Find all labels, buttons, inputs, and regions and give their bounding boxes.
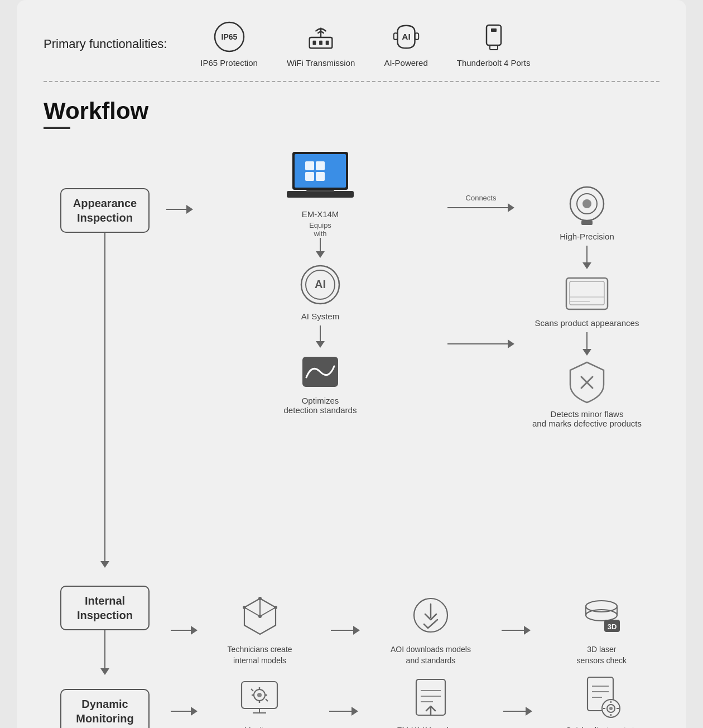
svg-line-59 <box>266 699 268 701</box>
camera-node: High-Precision <box>560 183 614 241</box>
svg-rect-4 <box>319 41 322 45</box>
svg-rect-16 <box>316 161 325 170</box>
svg-text:3D: 3D <box>608 622 617 631</box>
thunderbolt-icon <box>477 20 511 54</box>
internal-stage-box: Internal Inspection <box>60 586 150 630</box>
laptop-label: EM-X14M <box>302 209 339 219</box>
workflow-title: Workflow <box>44 98 659 124</box>
svg-point-73 <box>609 707 613 710</box>
adjust-node: Quick adjustments to inspection paramete… <box>557 675 647 728</box>
scans-label: Scans product appearances <box>535 318 639 328</box>
svg-rect-18 <box>316 172 325 181</box>
feature-ai: AI AI-Powered <box>384 20 427 68</box>
svg-rect-15 <box>305 161 314 170</box>
ip65-icon: IP65 <box>213 20 246 54</box>
svg-rect-14 <box>295 154 346 188</box>
svg-text:AI: AI <box>402 32 410 41</box>
svg-point-27 <box>582 199 591 208</box>
wifi-label: WiFi Transmission <box>287 58 355 68</box>
ip65-label: IP65 Protection <box>200 58 258 68</box>
laser-node: 3D 3D laser sensors check <box>557 594 646 666</box>
svg-point-42 <box>258 615 262 618</box>
optimizes-label: Optimizes detection standards <box>284 396 357 415</box>
svg-rect-10 <box>487 25 501 45</box>
equips-label: Equips with <box>309 221 331 238</box>
monitors-node: Monitors production processes <box>215 675 304 728</box>
ai-system-label: AI System <box>301 312 339 321</box>
page-container: Primary functionalities: IP65 IP65 Prote… <box>17 0 686 728</box>
svg-rect-3 <box>313 41 316 45</box>
ai-system-node: AI AI System <box>298 262 343 321</box>
ai-label: AI-Powered <box>384 58 427 68</box>
monitors-label: Monitors production processes <box>222 725 296 728</box>
primary-label: Primary functionalities: <box>44 37 167 51</box>
svg-point-39 <box>258 597 262 600</box>
aoi-label: AOI downloads models and standards <box>391 644 471 666</box>
wifi-icon <box>304 20 338 54</box>
analyzes-node: EM-X14M analyzes and uploads detection d… <box>384 675 478 728</box>
high-precision-label: High-Precision <box>560 232 614 241</box>
svg-point-53 <box>257 693 262 697</box>
svg-point-40 <box>274 606 277 609</box>
detects-label: Detects minor flaws and marks defective … <box>532 409 642 428</box>
tech-models-node: Technicians create internal models <box>215 594 305 666</box>
defect-node: Detects minor flaws and marks defective … <box>532 360 642 428</box>
feature-ip65: IP65 IP65 Protection <box>200 20 258 68</box>
svg-rect-12 <box>491 28 497 32</box>
top-section: Primary functionalities: IP65 IP65 Prote… <box>44 20 659 68</box>
dashed-divider <box>44 81 659 82</box>
features-row: IP65 IP65 Protection <box>200 20 530 68</box>
workflow-body: Appearance Inspection <box>44 149 659 728</box>
analyzes-label: EM-X14M analyzes and uploads detection d… <box>384 725 478 728</box>
svg-text:AI: AI <box>315 278 326 290</box>
feature-thunderbolt: Thunderbolt 4 Ports <box>457 20 531 68</box>
feature-wifi: WiFi Transmission <box>287 20 355 68</box>
connects-label: Connects <box>466 194 497 202</box>
scanner-node: Scans product appearances <box>535 274 639 328</box>
adjust-label: Quick adjustments to inspection paramete… <box>564 725 641 728</box>
svg-text:IP65: IP65 <box>221 32 237 41</box>
dynamic-stage-box: Dynamic Monitoring <box>60 689 150 728</box>
ai-icon: AI <box>389 20 423 54</box>
svg-rect-17 <box>305 172 314 181</box>
optimizes-node: Optimizes detection standards <box>284 352 357 415</box>
svg-line-38 <box>260 607 276 616</box>
svg-point-41 <box>243 606 246 609</box>
laser-label: 3D laser sensors check <box>577 644 627 666</box>
svg-line-37 <box>244 607 260 616</box>
svg-rect-28 <box>581 221 593 225</box>
thunderbolt-label: Thunderbolt 4 Ports <box>457 58 531 68</box>
laptop-node: EM-X14M <box>284 149 357 219</box>
appearance-stage-box: Appearance Inspection <box>60 188 150 233</box>
svg-rect-20 <box>306 190 334 192</box>
svg-line-58 <box>251 689 253 691</box>
workflow-underline <box>44 127 70 129</box>
tech-models-label: Technicians create internal models <box>228 644 292 666</box>
svg-rect-5 <box>326 41 329 45</box>
aoi-node: AOI downloads models and standards <box>386 594 475 666</box>
